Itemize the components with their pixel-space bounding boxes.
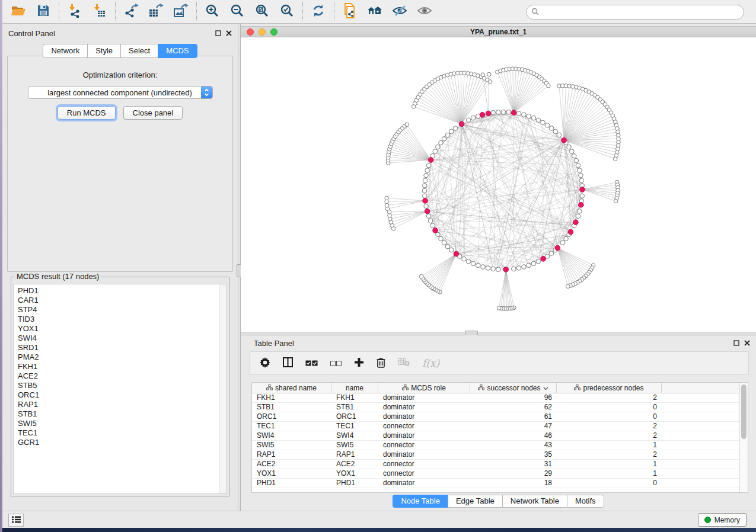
- ring-node[interactable]: [567, 145, 572, 149]
- ring-node[interactable]: [578, 209, 582, 214]
- ring-node[interactable]: [516, 111, 521, 116]
- close-panel-button[interactable]: Close panel: [123, 106, 183, 120]
- mcds-hub-node[interactable]: [480, 113, 485, 118]
- import-table-button[interactable]: [87, 1, 112, 23]
- mcds-hub-node[interactable]: [580, 187, 585, 193]
- mcds-hub-node[interactable]: [425, 209, 430, 214]
- ring-node[interactable]: [579, 173, 583, 178]
- ring-node[interactable]: [536, 118, 541, 123]
- ring-node[interactable]: [426, 163, 431, 168]
- table-row[interactable]: FKH1FKH1dominator962: [252, 393, 739, 403]
- mcds-result-item[interactable]: SWI5: [18, 419, 219, 428]
- satellite-node[interactable]: [488, 80, 492, 84]
- mcds-result-item[interactable]: TEC1: [18, 428, 219, 438]
- ring-node[interactable]: [442, 241, 446, 245]
- ring-node[interactable]: [430, 223, 435, 228]
- mcds-hub-node[interactable]: [503, 267, 509, 273]
- import-network-button[interactable]: [62, 1, 87, 23]
- save-session-button[interactable]: [31, 1, 56, 23]
- ring-node[interactable]: [516, 266, 521, 271]
- ring-node[interactable]: [428, 219, 433, 223]
- first-neighbors-button[interactable]: [362, 1, 387, 23]
- mcds-result-item[interactable]: SWI4: [18, 334, 219, 343]
- search-input[interactable]: [542, 8, 739, 17]
- table-row[interactable]: ORC1ORC1dominator610: [252, 412, 739, 422]
- network-graph[interactable]: [241, 37, 756, 332]
- tab-select[interactable]: Select: [120, 44, 158, 58]
- create-column-button[interactable]: [354, 357, 364, 369]
- column-header-name[interactable]: name: [331, 383, 378, 393]
- float-panel-icon[interactable]: [215, 29, 221, 38]
- ring-node[interactable]: [536, 259, 541, 264]
- satellite-node[interactable]: [497, 306, 501, 310]
- column-header-successor-nodes[interactable]: successor nodes: [470, 383, 557, 393]
- table-settings-button[interactable]: [260, 357, 270, 370]
- mcds-hub-node[interactable]: [454, 251, 459, 257]
- ring-node[interactable]: [481, 265, 486, 270]
- close-window-light[interactable]: [247, 28, 254, 36]
- mcds-hub-node[interactable]: [428, 158, 433, 163]
- table-row[interactable]: TEC1TEC1connector472: [252, 422, 739, 431]
- run-mcds-button[interactable]: Run MCDS: [58, 106, 116, 120]
- ring-node[interactable]: [572, 153, 576, 158]
- ring-node[interactable]: [424, 204, 429, 209]
- show-columns-button[interactable]: [283, 357, 293, 369]
- ring-node[interactable]: [574, 158, 579, 163]
- mcds-result-item[interactable]: ACE2: [18, 371, 219, 381]
- ring-node[interactable]: [476, 263, 480, 268]
- mcds-result-item[interactable]: PHD1: [18, 286, 219, 296]
- delete-table-button[interactable]: [398, 358, 410, 368]
- copy-network-button[interactable]: [337, 1, 362, 23]
- ring-node[interactable]: [580, 194, 585, 198]
- satellite-node[interactable]: [385, 196, 389, 200]
- network-canvas[interactable]: [241, 37, 756, 332]
- ring-node[interactable]: [491, 110, 496, 115]
- memory-button[interactable]: Memory: [698, 513, 747, 527]
- mcds-hub-node[interactable]: [579, 202, 584, 207]
- ring-node[interactable]: [424, 173, 429, 178]
- mcds-result-item[interactable]: YOX1: [18, 324, 219, 334]
- show-panels-button[interactable]: [8, 514, 24, 527]
- close-panel-icon[interactable]: [744, 339, 750, 348]
- hide-selected-button[interactable]: [387, 1, 412, 23]
- tab-network-table[interactable]: Network Table: [502, 495, 567, 508]
- satellite-node[interactable]: [613, 157, 617, 161]
- ring-node[interactable]: [578, 168, 582, 173]
- mcds-result-item[interactable]: RAP1: [18, 400, 219, 409]
- zoom-in-button[interactable]: [200, 1, 225, 23]
- search-box[interactable]: [526, 5, 744, 20]
- ring-node[interactable]: [449, 129, 454, 134]
- tab-node-table[interactable]: Node Table: [393, 495, 448, 508]
- ring-node[interactable]: [522, 113, 527, 117]
- tab-mcds[interactable]: MCDS: [158, 44, 197, 58]
- ring-node[interactable]: [423, 178, 428, 183]
- mcds-result-item[interactable]: STB5: [18, 381, 219, 390]
- ring-node[interactable]: [569, 149, 574, 154]
- satellite-node[interactable]: [547, 84, 551, 88]
- ring-node[interactable]: [445, 244, 450, 249]
- column-header-mcds-role[interactable]: MCDS role: [378, 383, 470, 393]
- ring-node[interactable]: [422, 184, 427, 188]
- ring-node[interactable]: [486, 266, 490, 271]
- ring-node[interactable]: [449, 248, 454, 252]
- ring-node[interactable]: [560, 241, 565, 245]
- ring-node[interactable]: [471, 116, 476, 120]
- ring-node[interactable]: [506, 110, 511, 114]
- mcds-result-item[interactable]: SRD1: [18, 343, 219, 352]
- satellite-node[interactable]: [405, 123, 409, 127]
- close-panel-icon[interactable]: [226, 29, 232, 38]
- table-row[interactable]: YOX1YOX1connector291: [252, 469, 739, 479]
- satellite-node[interactable]: [487, 72, 491, 76]
- ring-node[interactable]: [442, 137, 446, 142]
- table-scrollbar[interactable]: [739, 383, 748, 492]
- ring-node[interactable]: [466, 259, 471, 264]
- ring-node[interactable]: [527, 114, 531, 118]
- tab-edge-table[interactable]: Edge Table: [448, 495, 502, 508]
- export-network-button[interactable]: [119, 1, 143, 23]
- column-header-shared-name[interactable]: shared name: [252, 383, 331, 393]
- ring-node[interactable]: [436, 145, 441, 149]
- mcds-hub-node[interactable]: [459, 121, 464, 127]
- table-row[interactable]: SWI5SWI5connector431: [252, 441, 739, 450]
- mcds-result-item[interactable]: GCR1: [18, 438, 219, 447]
- scrollbar-thumb[interactable]: [741, 384, 747, 439]
